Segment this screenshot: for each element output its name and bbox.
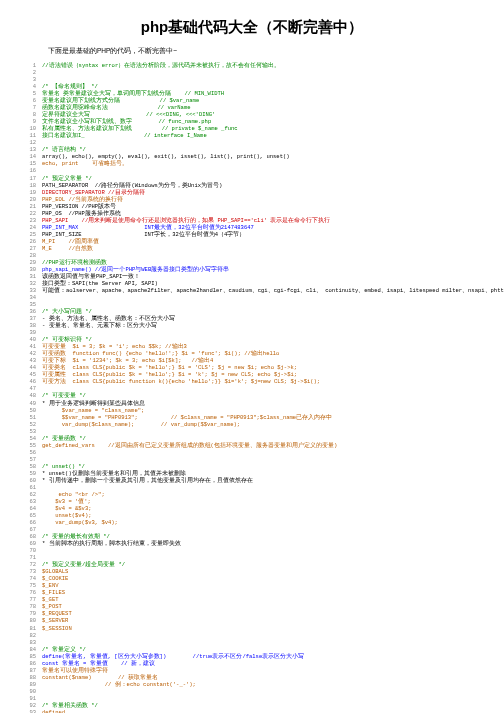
line-content: DIRECTORY_SEPARATOR //目录分隔符 [42,189,145,196]
line-number: 78 [18,603,36,610]
line-content: echo "<br />"; [42,491,105,498]
code-line: 32接口类型：SAPI(the Server API, SAPI) [18,280,486,287]
line-content: array(), echo(), empty(), eval(), exit()… [42,153,290,160]
line-number: 47 [18,385,36,392]
line-number: 11 [18,132,36,139]
code-line: 51 $$var_name = "PHP0913"; // $class_nam… [18,414,486,421]
line-number: 12 [18,139,36,146]
line-number: 40 [18,336,36,343]
line-content: M_PI //圆周率值 [42,238,99,245]
line-content: 常量名可以使用特殊字符 [42,667,108,674]
code-line: 56 [18,449,486,456]
line-content: /* 语言结构 */ [42,146,86,153]
line-content: //语法错误（syntax error）在语法分析阶段，源代码并未被执行，故不会… [42,62,280,69]
line-content: define(常量名, 常量值, [区分大小写参数]) //true表示不区分/… [42,653,304,660]
line-number: 22 [18,210,36,217]
line-number: 89 [18,681,36,688]
code-line: 38- 变量名、常量名、元素下标：区分大小写 [18,322,486,329]
line-content: $_REQUEST [42,610,72,617]
code-line: 93defined [18,709,486,713]
code-line: 26M_PI //圆周率值 [18,238,486,245]
line-number: 3 [18,76,36,83]
code-line: 74$_COOKIE [18,575,486,582]
code-line: 78$_POST [18,603,486,610]
line-number: 53 [18,428,36,435]
line-content: /* 预定义常量 */ [42,175,92,182]
line-number: 50 [18,407,36,414]
line-number: 8 [18,111,36,118]
line-number: 54 [18,435,36,442]
code-line: 22PHP_OS //PHP服务操作系统 [18,210,486,217]
line-content: PATH_SEPARATOR //路径分隔符(Windows为分号，类Unix为… [42,182,222,189]
line-content: $_COOKIE [42,575,68,582]
code-line: 66 var_dump($v3, $v4); [18,519,486,526]
line-number: 43 [18,357,36,364]
code-line: 58/* unset() */ [18,463,486,470]
code-line: 30php_sapi_name() //返回一个PHP与WEB服务器接口类型的小… [18,266,486,273]
code-line: 48/* 可变变量 */ [18,392,486,399]
code-line: 88constant($name) // 获取常量名 [18,674,486,681]
line-number: 24 [18,224,36,231]
line-number: 38 [18,322,36,329]
code-line: 82 [18,632,486,639]
code-line: 11接口名建议加I_ // interface I_Name [18,132,486,139]
code-line: 70 [18,547,486,554]
line-number: 23 [18,217,36,224]
code-line: 83 [18,639,486,646]
line-number: 81 [18,625,36,632]
line-content: $v3 = '值'; [42,498,91,505]
code-listing: 1//语法错误（syntax error）在语法分析阶段，源代码并未被执行，故不… [18,62,486,713]
line-content: /* 常量定义 */ [42,646,86,653]
code-line: 80$_SERVER [18,617,486,624]
line-number: 41 [18,343,36,350]
line-content: M_E //自然数 [42,245,93,252]
code-line: 69* 当前脚本的执行周期，脚本执行结束，变量即失效 [18,540,486,547]
line-content: var_dump($v3, $v4); [42,519,118,526]
line-number: 68 [18,533,36,540]
line-content: 该函数返回值与常量PHP_SAPI一致！ [42,273,140,280]
line-number: 77 [18,596,36,603]
line-content: // 例：echo constant('-_-'); [42,681,196,688]
code-line: 60* 引用传递中，删除一个变量及其引用，其他变量及引用均存在，且值依然存在 [18,477,486,484]
line-number: 17 [18,175,36,182]
code-line: 86const 常量名 = 常量值 // 新，建议 [18,660,486,667]
line-content: const 常量名 = 常量值 // 新，建议 [42,660,155,667]
line-number: 52 [18,421,36,428]
line-number: 42 [18,350,36,357]
code-line: 52 var_dump($class_name); // var_dump($$… [18,421,486,428]
line-number: 82 [18,632,36,639]
line-content: - 变量名、常量名、元素下标：区分大小写 [42,322,157,329]
line-number: 64 [18,505,36,512]
code-line: 50 $var_name = "class_name"; [18,407,486,414]
code-line: 1//语法错误（syntax error）在语法分析阶段，源代码并未被执行，故不… [18,62,486,69]
code-line: 13/* 语言结构 */ [18,146,486,153]
line-number: 66 [18,519,36,526]
code-line: 72/* 预定义变量/超全局变量 */ [18,561,486,568]
line-number: 44 [18,364,36,371]
line-number: 25 [18,231,36,238]
code-line: 24PHP_INT_MAX INT最大值，32位平台时值为2147483647 [18,224,486,231]
line-number: 19 [18,189,36,196]
line-number: 5 [18,90,36,97]
code-line: 90 [18,688,486,695]
line-content: $GLOBALS [42,568,68,575]
line-number: 63 [18,498,36,505]
code-line: 31该函数返回值与常量PHP_SAPI一致！ [18,273,486,280]
line-number: 39 [18,329,36,336]
line-number: 83 [18,639,36,646]
code-line: 14array(), echo(), empty(), eval(), exit… [18,153,486,160]
line-content: $var_name = "class_name"; [42,407,144,414]
line-number: 34 [18,294,36,301]
line-number: 6 [18,97,36,104]
line-number: 60 [18,477,36,484]
code-line: 53 [18,428,486,435]
code-line: 35 [18,301,486,308]
code-line: 64 $v4 = &$v3; [18,505,486,512]
line-content: $v4 = &$v3; [42,505,92,512]
line-number: 84 [18,646,36,653]
line-content: * 用于业务逻辑判断得到某些具体信息 [42,400,145,407]
line-content: get_defined_vars //返回由所有已定义变量所组成的数组(包括环境… [42,442,337,449]
code-line: 21PHP_VERSION //PHP版本号 [18,203,486,210]
line-number: 75 [18,582,36,589]
intro-text: 下面是最基础的PHP的代码，不断完善中~ [48,47,486,56]
